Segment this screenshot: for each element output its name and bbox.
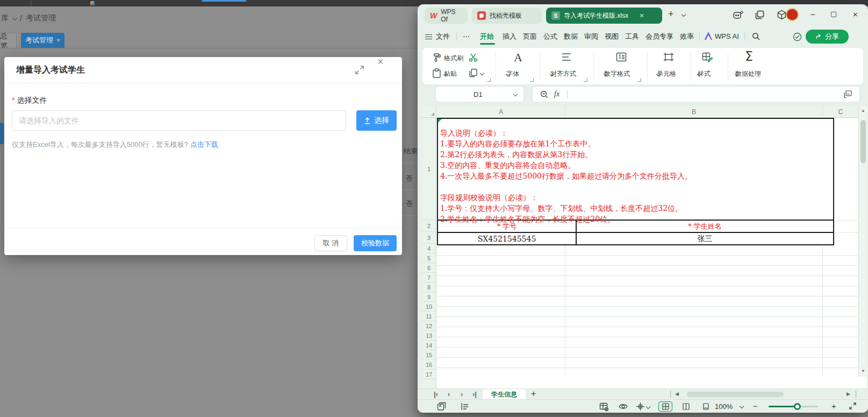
menu-home[interactable]: 开始 [480,30,494,43]
group-expand-arrow-icon[interactable] [487,78,491,82]
table-settings-icon[interactable] [599,402,609,412]
menu-data[interactable]: 数据 [564,30,578,43]
menu-efficiency[interactable]: 效率 [680,30,694,43]
docer-template-tab[interactable]: 找稿壳模板 [472,8,542,24]
view-page-layout-button[interactable] [699,401,713,412]
row-header-16[interactable]: 16 [422,360,436,370]
row-header-15[interactable]: 15 [422,350,436,360]
menu-review[interactable]: 审阅 [584,30,598,43]
tab-list-chevron-icon[interactable] [682,12,686,17]
row-header-8[interactable]: 8 [422,282,436,292]
zoom-slider-track[interactable] [769,406,818,407]
fullscreen-icon[interactable] [849,402,857,410]
share-button[interactable]: 分享 [806,30,849,44]
format-painter-label[interactable]: 格式刷 [444,54,463,63]
vertical-scroll-thumb[interactable] [860,120,866,163]
eye-visibility-icon[interactable] [618,402,628,411]
row-header-2[interactable]: 2 [422,220,436,232]
data-cell-student-name[interactable]: 张三 [577,233,833,244]
menu-view[interactable]: 视图 [605,30,619,43]
first-sheet-icon[interactable]: |‹ [434,390,438,398]
document-tab-close-icon[interactable]: × [640,11,644,20]
add-sheet-button[interactable]: + [531,389,536,399]
sheet-tab-student-info[interactable]: 学生信息 [483,389,526,400]
menu-more-icon[interactable]: ⋯ [463,30,470,43]
row-header-5[interactable]: 5 [422,253,436,263]
empty-rows-area[interactable] [437,245,858,377]
row-header-13[interactable]: 13 [422,331,436,341]
group-expand-arrow-icon[interactable] [584,78,587,82]
expand-formula-bar-icon[interactable]: fx [843,90,852,99]
outline-view-icon[interactable] [461,402,470,411]
data-cell-student-id[interactable]: SX4521545545 [438,233,576,244]
paste-label[interactable]: 粘贴 [444,69,457,79]
tab-exam-management[interactable]: 考试管理 × [21,33,64,48]
cancel-button[interactable]: 取 消 [314,235,347,251]
chevron-down-icon[interactable] [12,15,18,20]
wps-home-tab[interactable]: W WPS Of [425,8,468,24]
chevron-down-icon[interactable] [740,404,744,408]
select-all-corner[interactable] [422,106,436,118]
chevron-down-icon[interactable] [480,71,484,75]
move-crosshair-icon[interactable] [636,402,645,411]
cells-icon[interactable] [663,52,674,62]
select-file-button[interactable]: 选择 [356,110,397,131]
search-icon[interactable] [752,32,761,41]
verify-data-button[interactable]: 校验数据 [354,235,397,251]
close-icon[interactable]: × [377,57,384,66]
macro-icon[interactable] [437,402,446,411]
hscroll-left-icon[interactable]: ◀ [675,391,679,397]
cells-group-label[interactable]: 单元格 [657,69,676,79]
horizontal-scroll-thumb[interactable] [687,392,784,397]
breadcrumb-root[interactable]: 库 [1,13,9,23]
paste-clipboard-icon[interactable] [432,68,441,78]
alignment-icon[interactable] [561,52,572,62]
zoom-level-value[interactable]: 100% [715,402,733,411]
next-sheet-icon[interactable]: › [461,390,463,398]
zoom-in-button[interactable]: + [831,401,836,411]
row-header-10[interactable]: 10 [422,302,436,312]
download-template-link[interactable]: 点击下载 [190,140,218,149]
row-header-3[interactable]: 3 [422,232,436,244]
hscroll-right-icon[interactable]: ▶ [847,391,850,397]
scroll-down-icon[interactable]: ▼ [861,369,865,373]
copy-icon[interactable] [469,68,478,77]
header-cell-student-id[interactable]: * 学号 [438,221,576,232]
format-painter-icon[interactable] [432,53,442,62]
font-group-label[interactable]: 字体 [506,69,519,79]
spreadsheet-grid[interactable]: A B C 1234567891011121314151617 导入说明（必读）… [422,106,867,388]
saved-check-icon[interactable] [793,32,802,41]
row-header-12[interactable]: 12 [422,321,436,331]
font-icon[interactable]: A [514,51,522,65]
zoom-slider-handle[interactable] [794,403,801,410]
styles-icon[interactable] [702,52,713,62]
row-header-6[interactable]: 6 [422,263,436,273]
sum-sigma-icon[interactable]: Σ [745,49,753,64]
tab-overview[interactable]: 总览 [0,33,17,48]
row-header-11[interactable]: 11 [422,312,436,321]
menu-insert[interactable]: 插入 [503,30,517,43]
name-box[interactable]: D1 [435,86,524,102]
row-header-1[interactable]: 1 [422,118,436,220]
group-expand-arrow-icon[interactable] [637,78,641,82]
file-input[interactable] [12,110,346,131]
styles-group-label[interactable]: 样式 [698,69,711,79]
new-document-tab-button[interactable]: + [668,9,674,20]
instructions-merged-cell[interactable]: 导入说明（必读）： 1.要导入的内容必须要存放在第1个工作表中。 2.第2行必须… [437,118,834,221]
menu-formula[interactable]: 公式 [543,30,557,43]
alignment-group-label[interactable]: 对齐方式 [550,69,576,79]
view-page-break-button[interactable] [679,401,693,412]
group-expand-arrow-icon[interactable] [530,78,534,82]
menu-member[interactable]: 会员专享 [645,30,673,43]
zoom-out-button[interactable]: − [753,401,758,411]
menu-file[interactable]: 文件 [436,30,450,43]
tab-close-icon[interactable]: × [56,37,60,44]
chevron-down-icon[interactable] [513,92,518,96]
minimize-button[interactable]: − [810,10,815,19]
expand-icon[interactable] [355,65,364,75]
menu-page[interactable]: 页面 [523,30,537,43]
background-primary-button-fragment[interactable] [0,123,4,144]
last-sheet-icon[interactable]: ›| [472,390,477,398]
column-header-b[interactable]: B [565,106,822,118]
row-header-7[interactable]: 7 [422,273,436,282]
